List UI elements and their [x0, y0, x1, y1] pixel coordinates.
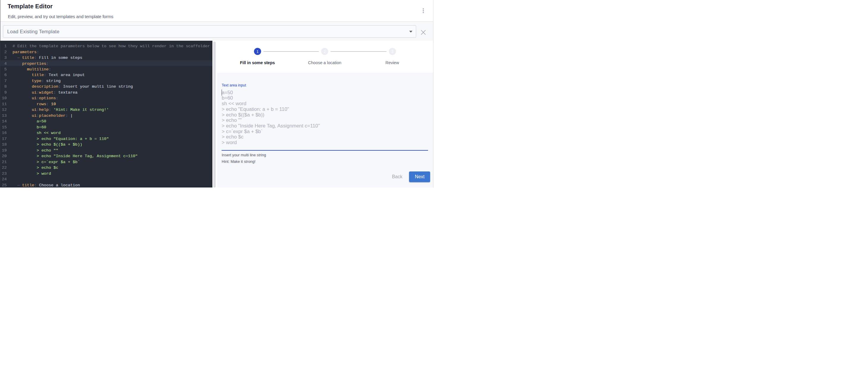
- svg-text:3: 3: [391, 50, 393, 54]
- svg-text:2: 2: [324, 50, 326, 54]
- svg-text:1: 1: [256, 50, 258, 54]
